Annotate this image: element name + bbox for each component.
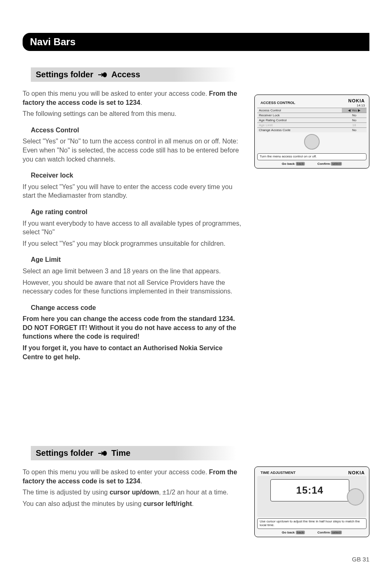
time-body: To open this menu you will be asked to e… bbox=[23, 468, 244, 508]
paragraph-change-code-1: From here you can change the access code… bbox=[23, 314, 244, 341]
text: You can also adjust the minutes by using bbox=[23, 500, 143, 507]
paragraph-age-limit-1: Select an age limit between 3 and 18 yea… bbox=[23, 267, 244, 276]
nav-pad-icon bbox=[347, 488, 364, 506]
val-text: Yes bbox=[351, 109, 357, 112]
table-row: Access Control◀ Yes ▶ bbox=[257, 108, 367, 113]
access-body: To open this menu you will be asked to e… bbox=[23, 89, 244, 361]
svg-point-1 bbox=[103, 451, 107, 456]
time-display: 15:14 bbox=[270, 479, 349, 501]
brand-label: NOKIA bbox=[348, 98, 365, 103]
table-row: Age Limit18 bbox=[257, 123, 367, 128]
page-title-bar: Navi Bars bbox=[23, 33, 369, 51]
heading-prefix: Settings folder bbox=[36, 448, 93, 458]
page-number: GB 31 bbox=[352, 556, 369, 563]
cell-label: Age Limit bbox=[257, 123, 342, 128]
table-row: Receiver LockNo bbox=[257, 113, 367, 118]
sub-heading-age-limit: Age Limit bbox=[23, 255, 244, 264]
cell-value: No bbox=[342, 113, 367, 118]
go-back-label: Go back back bbox=[282, 162, 305, 166]
clock-label: 14:13 bbox=[357, 104, 365, 107]
table-row: Change Access CodeNo bbox=[257, 128, 367, 133]
screenshot-access-control: ACCESS CONTROL NOKIA 14:13 Access Contro… bbox=[254, 95, 369, 169]
text: . bbox=[140, 478, 142, 485]
paragraph-age-rating-1: If you want everybody to have access to … bbox=[23, 219, 244, 237]
sub-heading-receiver-lock: Receiver lock bbox=[23, 171, 244, 180]
paragraph-receiver-lock: If you select "Yes" you will have to ent… bbox=[23, 182, 244, 200]
help-text: Turn the menu access control on or off. bbox=[257, 153, 367, 160]
text: . bbox=[140, 99, 142, 106]
intro-paragraph-2: The following settings can be altered fr… bbox=[23, 109, 244, 118]
intro-paragraph-1: To open this menu you will be asked to e… bbox=[23, 89, 244, 107]
footer-bar: Go back back Confirm select bbox=[257, 160, 367, 166]
text: To open this menu you will be asked to e… bbox=[23, 469, 209, 476]
sub-heading-change-code: Change access code bbox=[23, 303, 244, 312]
confirm-label: Confirm select bbox=[317, 162, 342, 166]
cell-label: Access Control bbox=[257, 108, 342, 113]
text: To open this menu you will be asked to e… bbox=[23, 90, 209, 97]
section-heading-time: Settings folder Time bbox=[31, 446, 236, 460]
cell-label: Age Rating Control bbox=[257, 118, 342, 123]
paragraph-age-rating-2: If you select "Yes" you may block progra… bbox=[23, 239, 244, 248]
cell-value: No bbox=[342, 128, 367, 133]
pointer-icon bbox=[97, 450, 107, 457]
heading-prefix: Settings folder bbox=[36, 70, 93, 79]
heading-suffix: Time bbox=[111, 448, 130, 458]
text: , ±1/2 an hour at a time. bbox=[159, 489, 228, 496]
bold-text: cursor left/right bbox=[143, 500, 192, 507]
svg-point-0 bbox=[103, 72, 107, 77]
time-paragraph-2: The time is adjusted by using cursor up/… bbox=[23, 488, 244, 497]
pointer-icon bbox=[97, 72, 107, 78]
nav-pad-icon bbox=[304, 134, 320, 150]
text: . bbox=[192, 500, 194, 507]
section-heading-access: Settings folder Access bbox=[31, 67, 236, 82]
cell-value: No bbox=[342, 118, 367, 123]
footer-bar: Go back back Confirm select bbox=[257, 529, 367, 534]
time-paragraph-1: To open this menu you will be asked to e… bbox=[23, 468, 244, 485]
time-paragraph-3: You can also adjust the minutes by using… bbox=[23, 499, 244, 508]
paragraph-change-code-2: If you forget it, you have to contact an… bbox=[23, 344, 244, 361]
bold-text: cursor up/down bbox=[110, 489, 159, 496]
cell-label: Receiver Lock bbox=[257, 113, 342, 118]
sub-heading-age-rating: Age rating control bbox=[23, 208, 244, 217]
cell-value: ◀ Yes ▶ bbox=[342, 108, 367, 113]
screenshot-time-adjustment: TIME ADJUSTMENT NOKIA 15:14 Use cursor u… bbox=[254, 466, 369, 537]
ss-title: ACCESS CONTROL bbox=[259, 100, 297, 105]
sub-heading-access-control: Access Control bbox=[23, 126, 244, 135]
confirm-label: Confirm select bbox=[317, 531, 342, 534]
paragraph-age-limit-2: However, you should be aware that not al… bbox=[23, 278, 244, 296]
settings-table: Access Control◀ Yes ▶ Receiver LockNo Ag… bbox=[257, 108, 367, 132]
text: The time is adjusted by using bbox=[23, 489, 110, 496]
cell-label: Change Access Code bbox=[257, 128, 342, 133]
cell-value: 18 bbox=[342, 123, 367, 128]
ss-title: TIME ADJUSTMENT bbox=[259, 470, 297, 475]
table-row: Age Rating ControlNo bbox=[257, 118, 367, 123]
brand-label: NOKIA bbox=[348, 470, 365, 475]
help-text: Use cursor up/down to adjust the time in… bbox=[257, 518, 367, 529]
heading-suffix: Access bbox=[111, 70, 140, 79]
go-back-label: Go back back bbox=[282, 531, 305, 534]
paragraph-access-control: Select "Yes" or "No" to turn the access … bbox=[23, 137, 244, 164]
